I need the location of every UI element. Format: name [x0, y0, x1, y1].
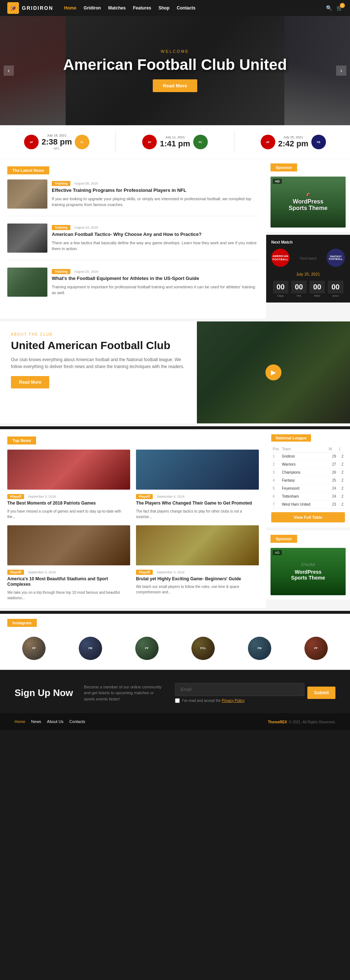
sponsor2-title: WordPressSports Theme — [291, 569, 325, 581]
news-body-1: Training August 08, 2018 Effective Train… — [52, 180, 259, 208]
top-news-title-3[interactable]: America's 10 Most Beautiful Stadiums and… — [7, 576, 130, 587]
top-news-title-1[interactable]: The Best Moments of 2018 Patriots Games — [7, 501, 130, 506]
top-news-thumb-2 — [136, 450, 259, 490]
signup-checkbox[interactable] — [175, 698, 180, 703]
signup-email-input[interactable] — [175, 683, 304, 696]
nl-pos-7: 7 — [271, 501, 280, 509]
hero-next-button[interactable]: › — [336, 65, 346, 76]
top-news-thumb-4 — [136, 525, 259, 565]
nl-l-7: 2 — [337, 501, 345, 509]
instagram-logo-5: FB — [248, 637, 271, 660]
nl-team-1: Gridiron — [280, 452, 327, 460]
logo-text: GRIDIRON — [22, 5, 53, 11]
sponsor-label: Sponsor — [270, 164, 297, 172]
news-excerpt-3: Training equipment is important for prof… — [52, 284, 259, 296]
top-news-title-2[interactable]: The Players Who Changed Their Game to Ge… — [136, 501, 259, 506]
nl-team-7: West Ham United — [280, 501, 327, 509]
nl-pos-3: 3 — [271, 469, 280, 477]
hero-prev-button[interactable]: ‹ — [4, 65, 14, 76]
about-content: About the Club United American Football … — [0, 321, 197, 423]
footer-link-contacts[interactable]: Contacts — [69, 719, 85, 724]
footer-link-news[interactable]: News — [31, 719, 41, 724]
hero-cta-button[interactable]: Read More — [153, 80, 197, 92]
nav-link-gridiron[interactable]: Gridiron — [83, 5, 101, 11]
nl-pos-6: 6 — [271, 493, 280, 501]
nl-row-4: 4 Fantasy 25 2 — [271, 477, 345, 485]
footer-copyright-text: © 2021. All Rights Reserved. — [289, 720, 336, 724]
news-thumb-1 — [7, 180, 47, 208]
nl-team-6: Tottenham — [280, 493, 327, 501]
signup-submit-button[interactable]: Submit — [307, 687, 336, 699]
nl-l-5: 2 — [337, 485, 345, 493]
nav-link-matches[interactable]: Matches — [108, 5, 126, 11]
instagram-item-3[interactable]: FF — [132, 636, 161, 661]
search-icon[interactable]: 🔍 — [326, 5, 332, 11]
nav-link-features[interactable]: Features — [133, 5, 151, 11]
news-item-1: Training August 08, 2018 Effective Train… — [7, 180, 259, 216]
next-match-team2-logo: FANTASY FOOTBALL — [327, 249, 345, 267]
nav-link-home[interactable]: Home — [64, 5, 76, 11]
cart-icon[interactable]: 🛒2 — [337, 5, 343, 11]
nav-link-contacts[interactable]: Contacts — [177, 5, 195, 11]
nl-w-5: 24 — [327, 485, 337, 493]
instagram-label: Instagram — [7, 619, 37, 627]
footer-link-about[interactable]: About Us — [47, 719, 64, 724]
nl-row-5: 5 Feyenoord 24 2 — [271, 485, 345, 493]
nav-link-shop[interactable]: Shop — [158, 5, 169, 11]
signup-form: I've read and accept the Privacy Policy … — [175, 683, 336, 703]
top-news-title-4[interactable]: Brutal yet Highly Exciting Game- Beginne… — [136, 576, 259, 582]
news-cat-2: Training — [52, 225, 70, 230]
instagram-item-4[interactable]: FCL — [189, 636, 218, 661]
instagram-logo-4: FCL — [192, 637, 215, 660]
news-thumb-3 — [7, 267, 47, 297]
sep-3 — [0, 608, 350, 611]
sponsor-ad-badge: AD — [273, 179, 282, 184]
instagram-item-1[interactable]: FF — [19, 636, 48, 661]
news-item-2: Training August 24, 2018 American Footba… — [7, 224, 259, 260]
countdown: 00 Days 00 Hrs 00 Mins 00 Secs — [271, 281, 345, 298]
sponsor-box: Sponsor AD 🏈 WordPressSports Theme — [266, 159, 350, 232]
sponsor2-size: 374x354 — [301, 563, 315, 567]
instagram-section: Instagram FF FB FF FCL FB FF — [0, 614, 350, 670]
nl-row-7: 7 West Ham United 23 2 — [271, 501, 345, 509]
nl-l-2: 2 — [337, 460, 345, 469]
nl-header-team: Team — [280, 446, 327, 452]
instagram-grid: FF FB FF FCL FB FF — [7, 632, 343, 665]
countdown-secs-label: Secs — [328, 294, 343, 298]
nav-logo[interactable]: 🏈 GRIDIRON — [7, 2, 53, 14]
top-news-excerpt-3: We take you on a trip through these top … — [7, 590, 130, 601]
next-match-box: Next Match AMERICAN FOOTBALL Third Match… — [266, 235, 350, 302]
footer-link-home[interactable]: Home — [14, 719, 25, 724]
news-title-1[interactable]: Effective Training Programs for Professi… — [52, 188, 259, 194]
news-body-3: Training August 20, 2018 What's the Foot… — [52, 267, 259, 297]
footer-copyright: ThemeREX © 2021. All Rights Reserved. — [268, 718, 336, 725]
top-news-meta-4: September 3, 2018 — [157, 570, 184, 574]
nl-w-6: 24 — [327, 493, 337, 501]
instagram-item-2[interactable]: FB — [76, 636, 105, 661]
match2-team1-logo: AF — [142, 135, 157, 149]
next-match-team1: AMERICAN FOOTBALL — [271, 249, 289, 268]
news-title-3[interactable]: What's the Football Equipment for Athlet… — [52, 275, 259, 282]
instagram-item-5[interactable]: FB — [245, 636, 274, 661]
play-button[interactable]: ▶ — [265, 364, 281, 380]
top-news-item-3: Playoff September 4, 2018 America's 10 M… — [7, 525, 130, 601]
countdown-mins: 00 Mins — [310, 281, 325, 298]
top-news-cat-2: Playoff — [136, 494, 153, 499]
view-table-button[interactable]: View Full Table — [271, 512, 345, 522]
about-cta-button[interactable]: Read More — [11, 376, 49, 388]
match3-time: 2:42 pm — [278, 139, 308, 148]
next-match-label: Next Match — [271, 240, 345, 244]
match3-info: July 25, 2021 2:42 pm — [278, 135, 308, 148]
national-league-table: Pos Team W L 1 Gridiron 29 2 2 — [271, 446, 345, 509]
top-news-meta-1: September 3, 2018 — [28, 495, 56, 498]
logo-icon: 🏈 — [7, 2, 19, 14]
privacy-policy-link[interactable]: Privacy Policy — [222, 698, 244, 703]
next-match-team2: FANTASY FOOTBALL — [327, 249, 345, 268]
instagram-item-6[interactable]: FF — [302, 636, 331, 661]
nl-header-w: W — [327, 446, 337, 452]
hero-title: American Football Club United — [63, 56, 287, 73]
top-news-section: Top News Playoff September 3, 2018 The B… — [0, 429, 266, 608]
news-title-2[interactable]: American Football Tactics- Why Choose An… — [52, 232, 259, 238]
nl-l-4: 2 — [337, 477, 345, 485]
nl-row-2: 2 Warriors 27 2 — [271, 460, 345, 469]
